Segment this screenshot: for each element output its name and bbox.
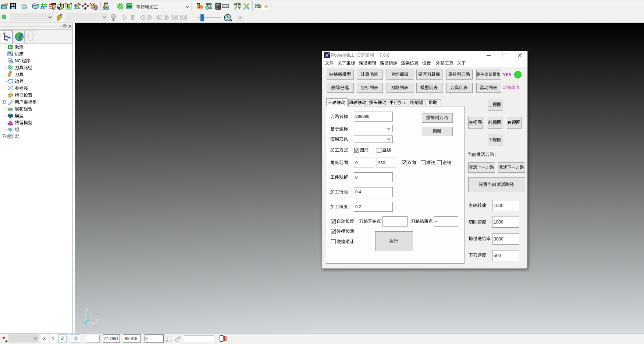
svg-text:Y: Y [86, 307, 89, 312]
svg-text:Z: Z [87, 317, 89, 322]
svg-text:Z: Z [166, 340, 168, 342]
svg-text:X: X [96, 318, 99, 323]
